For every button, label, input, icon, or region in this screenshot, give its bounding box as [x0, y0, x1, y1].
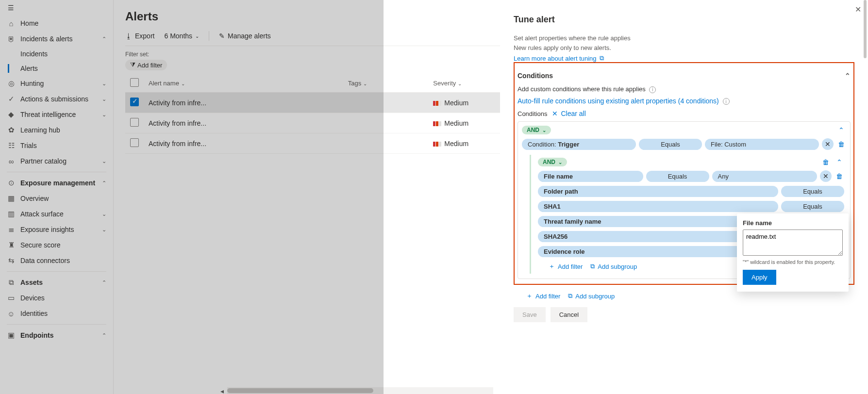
- export-button[interactable]: ⭳ Export: [125, 32, 154, 40]
- chevron-icon: ⌃: [102, 36, 106, 42]
- sidebar-item[interactable]: ▣Endpoints⌃: [0, 328, 113, 343]
- remove-value-icon[interactable]: ✕: [820, 170, 832, 182]
- condition-op-pill[interactable]: Equals: [781, 186, 844, 197]
- chevron-icon: ⌄: [102, 112, 106, 118]
- condition-val-pill[interactable]: File: Custom: [705, 139, 819, 150]
- period-dropdown[interactable]: 6 Months ⌄: [164, 32, 199, 40]
- sidebar-item[interactable]: ✓Actions & submissions⌄: [0, 91, 113, 107]
- condition-field-pill[interactable]: Condition: Trigger: [522, 139, 636, 150]
- nav-label: Incidents & alerts: [20, 35, 97, 43]
- nav-label: Home: [20, 19, 106, 27]
- condition-op-pill[interactable]: Equals: [639, 139, 702, 150]
- sidebar-item[interactable]: ▥Attack surface⌄: [0, 206, 113, 222]
- panel-scrollbar[interactable]: [864, 0, 867, 58]
- sidebar-item[interactable]: ▦Overview: [0, 191, 113, 206]
- sidebar-item[interactable]: ∞Partner catalog⌄: [0, 153, 113, 169]
- nav-label: Threat intelligence: [20, 111, 97, 118]
- sidebar-item[interactable]: ▭Devices: [0, 290, 113, 306]
- horizontal-scrollbar[interactable]: ◂: [227, 387, 493, 394]
- learn-more-link[interactable]: Learn more about alert tuning ⧉: [514, 54, 604, 62]
- collapse-icon[interactable]: ⌃: [836, 126, 846, 134]
- add-filter-chip[interactable]: ⧩ Add filter: [125, 60, 167, 70]
- filename-input[interactable]: [743, 230, 843, 256]
- sidebar-item[interactable]: ⧉Assets⌃: [0, 275, 113, 290]
- condition-val-pill[interactable]: Any: [712, 171, 818, 182]
- nav-icon: ⧉: [7, 278, 16, 287]
- condition-field-pill[interactable]: File name: [538, 171, 643, 182]
- chevron-icon: ⌃: [102, 332, 106, 339]
- flyout-hint: "*" wildcard is enabled for this propert…: [743, 259, 843, 265]
- sidebar-item[interactable]: ⛨Incidents & alerts⌃: [0, 31, 113, 47]
- nav-icon: ⊙: [7, 179, 16, 187]
- chevron-icon: ⌄: [102, 158, 106, 164]
- flyout-label: File name: [743, 219, 843, 227]
- remove-value-icon[interactable]: ✕: [822, 138, 834, 150]
- conditions-header: Conditions: [517, 72, 553, 80]
- autofill-link[interactable]: Auto-fill rule conditions using existing…: [517, 97, 719, 105]
- delete-icon[interactable]: 🗑: [835, 172, 844, 180]
- sidebar-item[interactable]: ♜Secure score: [0, 237, 113, 253]
- chevron-icon: ⌄: [102, 96, 106, 102]
- sidebar-item[interactable]: ◆Threat intelligence⌄: [0, 107, 113, 122]
- cancel-button[interactable]: Cancel: [551, 307, 587, 322]
- cell-alert-name: Activity from infre...: [144, 93, 343, 113]
- info-icon[interactable]: i: [649, 86, 656, 93]
- condition-field-pill[interactable]: SHA1: [538, 201, 778, 212]
- row-checkbox[interactable]: [130, 98, 139, 106]
- nav-label: Exposure insights: [20, 226, 97, 233]
- open-icon: ⧉: [600, 54, 604, 62]
- chevron-down-icon: ⌄: [558, 160, 562, 165]
- add-subgroup-button[interactable]: ⧉ Add subgroup: [568, 292, 615, 300]
- condition-field-pill[interactable]: Folder path: [538, 186, 778, 197]
- close-icon[interactable]: ✕: [855, 5, 861, 14]
- and-operator-pill[interactable]: AND ⌄: [522, 126, 551, 134]
- nav-icon: ✓: [7, 95, 16, 103]
- sidebar-item[interactable]: ⌂Home: [0, 16, 113, 31]
- edit-icon: ✎: [219, 32, 225, 40]
- row-checkbox[interactable]: [130, 118, 139, 127]
- add-filter-button[interactable]: ＋ Add filter: [526, 292, 560, 300]
- and-operator-pill[interactable]: AND ⌄: [538, 158, 567, 166]
- sidebar-item[interactable]: ⇆Data connectors: [0, 253, 113, 268]
- sidebar-item[interactable]: ☺Identities: [0, 306, 113, 321]
- collapse-icon[interactable]: ⌃: [835, 158, 844, 166]
- save-button[interactable]: Save: [514, 307, 546, 322]
- sidebar: ☰ ⌂Home⛨Incidents & alerts⌃IncidentsAler…: [0, 0, 114, 394]
- sidebar-item[interactable]: Incidents: [0, 47, 113, 61]
- collapse-icon[interactable]: ⌃: [845, 72, 851, 80]
- sidebar-item[interactable]: ☷Trials: [0, 138, 113, 153]
- sidebar-item[interactable]: ≣Exposure insights⌄: [0, 222, 113, 237]
- add-subgroup-button[interactable]: ⧉ Add subgroup: [590, 262, 637, 271]
- sidebar-item[interactable]: ✿Learning hub: [0, 122, 113, 138]
- nav-icon: ⌂: [7, 19, 16, 28]
- condition-row: SHA1Equals: [538, 201, 844, 212]
- nav-icon: ▣: [7, 331, 16, 340]
- condition-op-pill[interactable]: Equals: [646, 171, 709, 182]
- chevron-icon: ⌃: [102, 279, 106, 286]
- condition-op-pill[interactable]: Equals: [781, 201, 844, 212]
- nav-label: Attack surface: [20, 210, 97, 218]
- hamburger-icon[interactable]: ☰: [0, 0, 113, 16]
- subgroup-icon: ⧉: [590, 263, 595, 270]
- delete-icon[interactable]: 🗑: [821, 158, 831, 166]
- delete-icon[interactable]: 🗑: [836, 140, 846, 148]
- col-alert-name[interactable]: Alert name⌄: [144, 74, 343, 93]
- sidebar-item[interactable]: ◎Hunting⌄: [0, 76, 113, 91]
- row-checkbox[interactable]: [130, 138, 139, 147]
- col-tags[interactable]: Tags⌄: [343, 74, 429, 93]
- nav-label: Incidents: [20, 50, 106, 58]
- select-all-checkbox[interactable]: [130, 78, 139, 87]
- nav-icon: ⛨: [7, 34, 16, 43]
- condition-row: File nameEqualsAny✕🗑: [538, 170, 844, 182]
- nav-label: Partner catalog: [20, 157, 97, 165]
- nav-label: Overview: [20, 195, 106, 202]
- manage-alerts-button[interactable]: ✎ Manage alerts: [219, 32, 271, 40]
- sidebar-item[interactable]: Alerts: [0, 61, 113, 76]
- nav-icon: ◎: [7, 79, 16, 88]
- add-filter-button[interactable]: ＋ Add filter: [549, 262, 583, 271]
- nav-label: Learning hub: [20, 126, 106, 134]
- apply-button[interactable]: Apply: [743, 270, 776, 285]
- sidebar-item[interactable]: ⊙Exposure management⌃: [0, 175, 113, 191]
- info-icon[interactable]: i: [723, 98, 730, 105]
- clear-all-button[interactable]: ✕ Clear all: [552, 110, 585, 117]
